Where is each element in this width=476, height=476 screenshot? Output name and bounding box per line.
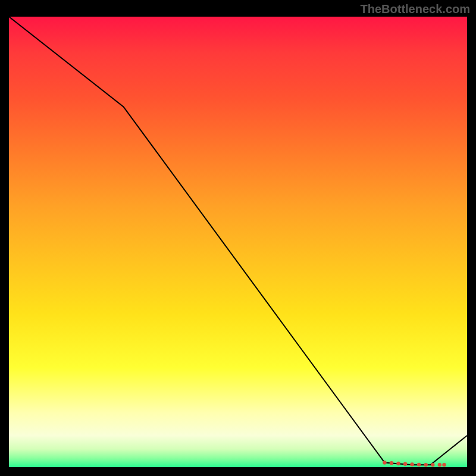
watermark-text: TheBottleneck.com (361, 2, 470, 16)
chart-line (9, 17, 467, 465)
chart-marker (417, 463, 421, 466)
chart-marker (410, 462, 414, 466)
chart-marker (431, 463, 434, 466)
chart-marker (438, 463, 441, 466)
chart-marker (403, 462, 407, 466)
chart-marker (396, 462, 400, 465)
chart-marker (424, 463, 428, 466)
chart-marker (390, 461, 393, 465)
chart-markers (383, 461, 446, 466)
chart-marker (442, 463, 446, 466)
chart-svg (9, 17, 467, 467)
chart-marker (383, 461, 386, 464)
